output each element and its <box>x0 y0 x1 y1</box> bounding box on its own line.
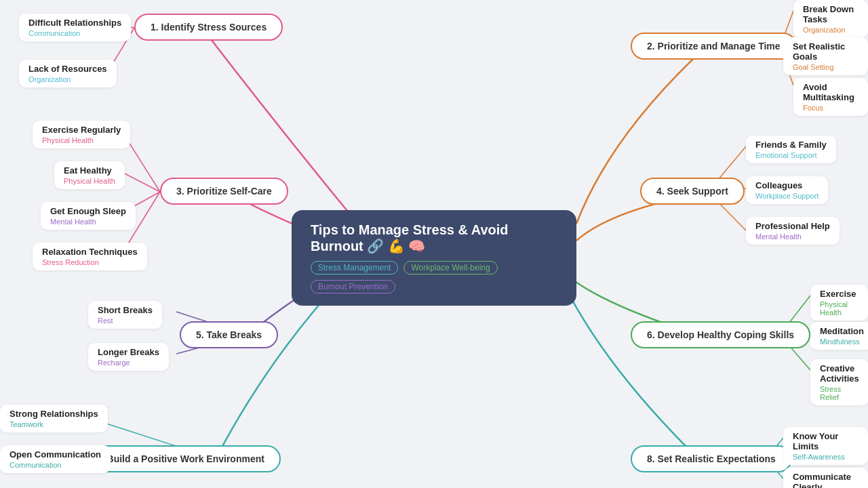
leaf-set-realistic-goals: Set Realistic Goals Goal Setting <box>783 37 868 75</box>
svg-line-6 <box>122 172 160 192</box>
leaf-lack-of-resources: Lack of Resources Organization <box>19 60 117 87</box>
leaf-exercise: Exercise Physical Health <box>810 285 868 321</box>
leaf-creative-activities: Creative Activities Stress Relief <box>810 359 868 405</box>
branch-1[interactable]: 1. Identify Stress Sources <box>134 14 283 41</box>
leaf-break-down-tasks: Break Down Tasks Organization <box>793 0 868 38</box>
branch-8[interactable]: 8. Set Realistic Expectations <box>631 445 792 472</box>
center-node: Tips to Manage Stress & Avoid Burnout 🔗 … <box>292 210 576 306</box>
leaf-short-breaks: Short Breaks Rest <box>88 301 162 329</box>
leaf-strong-relationships: Strong Relationships Teamwork <box>0 405 108 432</box>
leaf-avoid-multitasking: Avoid Multitasking Focus <box>793 78 868 116</box>
leaf-professional-help: Professional Help Mental Health <box>746 217 840 245</box>
leaf-difficult-relationships: Difficult Relationships Communication <box>19 14 131 41</box>
leaf-open-communication: Open Communication Communication <box>0 445 111 473</box>
branch-2[interactable]: 2. Prioritize and Manage Time <box>631 33 797 60</box>
tag-workplace-wellbeing: Workplace Well-being <box>403 261 497 274</box>
leaf-friends-family: Friends & Family Emotional Support <box>746 136 836 163</box>
tag-burnout-prevention: Burnout Prevention <box>311 280 395 293</box>
center-title: Tips to Manage Stress & Avoid Burnout 🔗 … <box>311 222 557 254</box>
leaf-communicate-clearly: Communicate Clearly Communication <box>783 468 868 488</box>
leaf-meditation: Meditation Mindfulness <box>810 322 868 350</box>
branch-4[interactable]: 4. Seek Support <box>640 178 745 205</box>
leaf-get-enough-sleep: Get Enough Sleep Mental Health <box>41 202 136 230</box>
leaf-know-your-limits: Know Your Limits Self-Awareness <box>783 427 868 465</box>
branch-6[interactable]: 6. Develop Healthy Coping Skills <box>631 321 810 348</box>
leaf-eat-healthy: Eat Healthy Physical Health <box>54 161 125 189</box>
branch-5[interactable]: 5. Take Breaks <box>180 321 278 348</box>
leaf-colleagues: Colleagues Workplace Support <box>746 176 828 204</box>
leaf-exercise-regularly: Exercise Regularly Physical Health <box>33 121 130 148</box>
center-tags: Stress Management Workplace Well-being B… <box>311 261 557 293</box>
tag-stress-management: Stress Management <box>311 261 398 274</box>
leaf-relaxation-techniques: Relaxation Techniques Stress Reduction <box>33 243 147 270</box>
leaf-longer-breaks: Longer Breaks Recharge <box>88 343 169 371</box>
branch-3[interactable]: 3. Prioritize Self-Care <box>160 178 288 205</box>
